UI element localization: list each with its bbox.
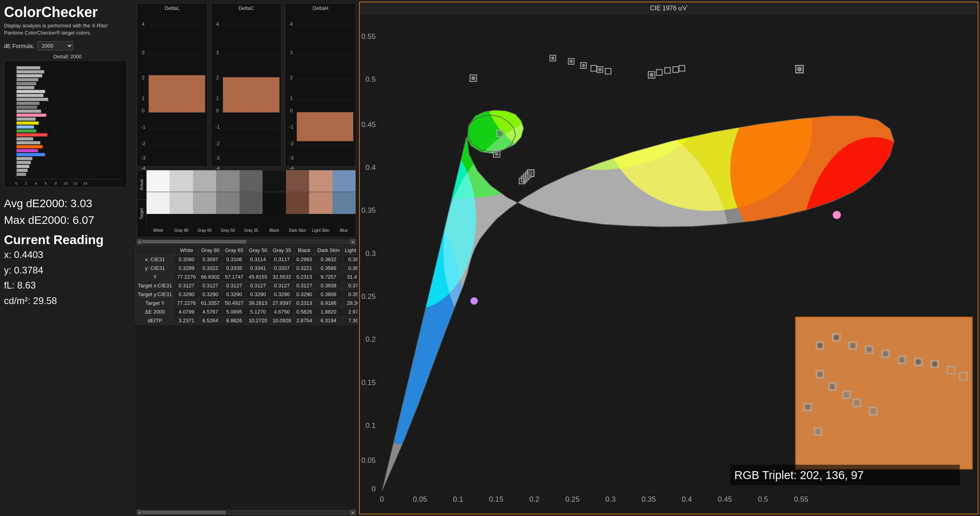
swatch-gray65-actual[interactable] bbox=[193, 170, 216, 192]
swatch-white-actual[interactable] bbox=[147, 170, 170, 192]
swatch-darkskin-actual[interactable] bbox=[286, 170, 309, 192]
cell-gray65-deitp[interactable]: 8.8826 bbox=[222, 316, 246, 325]
cell-gray65-x[interactable]: 0.3106 bbox=[222, 255, 246, 264]
cell-lightskin-ty[interactable]: 0.3548 bbox=[342, 290, 358, 299]
cell-darkskin-Y[interactable]: 9.7257 bbox=[315, 273, 342, 281]
cell-gray35-de[interactable]: 4.6750 bbox=[270, 308, 294, 316]
cell-gray80-deitp[interactable]: 6.5264 bbox=[199, 316, 222, 325]
cell-lightskin-x[interactable]: 0.3801 bbox=[342, 255, 358, 264]
scroll-left-btn[interactable]: ◄ bbox=[137, 239, 142, 245]
cell-black-tY[interactable]: 0.2313 bbox=[294, 299, 315, 308]
th-gray35[interactable]: Gray 35 bbox=[270, 246, 294, 255]
cell-darkskin-y[interactable]: 0.3566 bbox=[315, 264, 342, 273]
cell-gray35-deitp[interactable]: 10.0928 bbox=[270, 316, 294, 325]
th-white[interactable]: White bbox=[175, 246, 199, 255]
cell-white-tx[interactable]: 0.3127 bbox=[175, 281, 199, 290]
swatch-gray65-target[interactable] bbox=[193, 192, 216, 214]
cell-gray65-Y[interactable]: 57.1747 bbox=[222, 273, 246, 281]
cell-gray50-Y[interactable]: 45.6155 bbox=[246, 273, 270, 281]
scroll-right-btn[interactable]: ► bbox=[350, 239, 356, 245]
swatch-blue-target[interactable] bbox=[332, 192, 356, 214]
cell-gray80-y[interactable]: 0.3322 bbox=[199, 264, 222, 273]
cell-gray50-de[interactable]: 5.1270 bbox=[246, 308, 270, 316]
cell-white-y[interactable]: 0.3299 bbox=[175, 264, 199, 273]
scroll-track[interactable] bbox=[142, 240, 350, 244]
cell-black-deitp[interactable]: 2.8754 bbox=[294, 316, 315, 325]
cell-darkskin-ty[interactable]: 0.3606 bbox=[315, 290, 342, 299]
cell-lightskin-y[interactable]: 0.3603 bbox=[342, 264, 358, 273]
swatch-blue-actual[interactable] bbox=[332, 170, 356, 192]
cell-gray80-de[interactable]: 4.5767 bbox=[199, 308, 222, 316]
swatch-gray50-target[interactable] bbox=[216, 192, 239, 214]
cell-gray50-deitp[interactable]: 10.2720 bbox=[246, 316, 270, 325]
cell-gray50-ty[interactable]: 0.3290 bbox=[246, 290, 270, 299]
swatch-lightskin-target[interactable] bbox=[309, 192, 332, 214]
cell-black-Y[interactable]: 0.2313 bbox=[294, 273, 315, 281]
cell-gray65-ty[interactable]: 0.3290 bbox=[222, 290, 246, 299]
table-scroll-right-btn[interactable]: ► bbox=[350, 510, 356, 515]
de-formula-select[interactable]: 2000 76 94 bbox=[37, 41, 73, 50]
swatch-white-target[interactable] bbox=[147, 192, 170, 214]
cell-gray35-y[interactable]: 0.3337 bbox=[270, 264, 294, 273]
cell-white-deitp[interactable]: 3.2371 bbox=[175, 316, 199, 325]
table-h-scrollbar[interactable]: ◄ ► bbox=[137, 510, 356, 515]
cell-gray65-tY[interactable]: 50.4927 bbox=[222, 299, 246, 308]
cell-white-Y[interactable]: 77.2276 bbox=[175, 273, 199, 281]
swatch-darkskin-target[interactable] bbox=[286, 192, 309, 214]
cell-gray80-tY[interactable]: 61.3357 bbox=[199, 299, 222, 308]
cell-lightskin-deitp[interactable]: 7.3929 bbox=[342, 316, 358, 325]
th-gray65[interactable]: Gray 65 bbox=[222, 246, 246, 255]
h-scrollbar[interactable]: ◄ ► bbox=[137, 239, 356, 245]
cell-lightskin-tx[interactable]: 0.3747 bbox=[342, 281, 358, 290]
th-gray50[interactable]: Gray 50 bbox=[246, 246, 270, 255]
cell-white-de[interactable]: 4.0799 bbox=[175, 308, 199, 316]
table-scroll-thumb[interactable] bbox=[143, 511, 226, 514]
th-black[interactable]: Black bbox=[294, 246, 315, 255]
swatch-gray80-target[interactable] bbox=[170, 192, 193, 214]
cell-gray50-tY[interactable]: 39.2813 bbox=[246, 299, 270, 308]
cell-gray65-tx[interactable]: 0.3127 bbox=[222, 281, 246, 290]
cell-gray80-ty[interactable]: 0.3290 bbox=[199, 290, 222, 299]
cell-darkskin-tx[interactable]: 0.3939 bbox=[315, 281, 342, 290]
cell-gray35-Y[interactable]: 32.5532 bbox=[270, 273, 294, 281]
cell-gray35-ty[interactable]: 0.3290 bbox=[270, 290, 294, 299]
cell-gray35-x[interactable]: 0.3117 bbox=[270, 255, 294, 264]
swatch-gray35-actual[interactable] bbox=[240, 170, 263, 192]
cell-black-x[interactable]: 0.2983 bbox=[294, 255, 315, 264]
th-gray80[interactable]: Gray 80 bbox=[199, 246, 222, 255]
cell-lightskin-de[interactable]: 2.9765 bbox=[342, 308, 358, 316]
cell-gray35-tY[interactable]: 27.9397 bbox=[270, 299, 294, 308]
cell-gray80-x[interactable]: 0.3097 bbox=[199, 255, 222, 264]
cell-gray50-tx[interactable]: 0.3127 bbox=[246, 281, 270, 290]
cell-black-de[interactable]: 0.5826 bbox=[294, 308, 315, 316]
cell-white-x[interactable]: 0.3080 bbox=[175, 255, 199, 264]
cell-gray80-Y[interactable]: 66.8302 bbox=[199, 273, 222, 281]
swatch-black-target[interactable] bbox=[263, 192, 286, 214]
cell-black-tx[interactable]: 0.3127 bbox=[294, 281, 315, 290]
swatch-lightskin-actual[interactable] bbox=[309, 170, 332, 192]
cell-darkskin-x[interactable]: 0.3832 bbox=[315, 255, 342, 264]
cell-lightskin-Y[interactable]: 31.4102 bbox=[342, 273, 358, 281]
cell-gray65-de[interactable]: 5.0895 bbox=[222, 308, 246, 316]
cell-black-y[interactable]: 0.3221 bbox=[294, 264, 315, 273]
th-lightskin[interactable]: Light Skin bbox=[342, 246, 358, 255]
cell-darkskin-tY[interactable]: 8.9186 bbox=[315, 299, 342, 308]
swatch-black-actual[interactable] bbox=[263, 170, 286, 192]
cell-gray80-tx[interactable]: 0.3127 bbox=[199, 281, 222, 290]
cell-black-ty[interactable]: 0.3290 bbox=[294, 290, 315, 299]
swatch-gray35-target[interactable] bbox=[240, 192, 263, 214]
cell-gray65-y[interactable]: 0.3335 bbox=[222, 264, 246, 273]
cell-lightskin-tY[interactable]: 28.3018 bbox=[342, 299, 358, 308]
cell-white-ty[interactable]: 0.3290 bbox=[175, 290, 199, 299]
cell-darkskin-deitp[interactable]: 6.3194 bbox=[315, 316, 342, 325]
scroll-thumb[interactable] bbox=[143, 240, 246, 243]
cell-white-tY[interactable]: 77.2276 bbox=[175, 299, 199, 308]
th-darkskin[interactable]: Dark Skin bbox=[315, 246, 342, 255]
cell-gray50-x[interactable]: 0.3114 bbox=[246, 255, 270, 264]
table-scroll-track[interactable] bbox=[142, 510, 350, 514]
cell-gray50-y[interactable]: 0.3341 bbox=[246, 264, 270, 273]
swatch-gray50-actual[interactable] bbox=[216, 170, 239, 192]
table-scroll-left-btn[interactable]: ◄ bbox=[137, 510, 142, 515]
cell-darkskin-de[interactable]: 1.8820 bbox=[315, 308, 342, 316]
swatch-gray80-actual[interactable] bbox=[170, 170, 193, 192]
